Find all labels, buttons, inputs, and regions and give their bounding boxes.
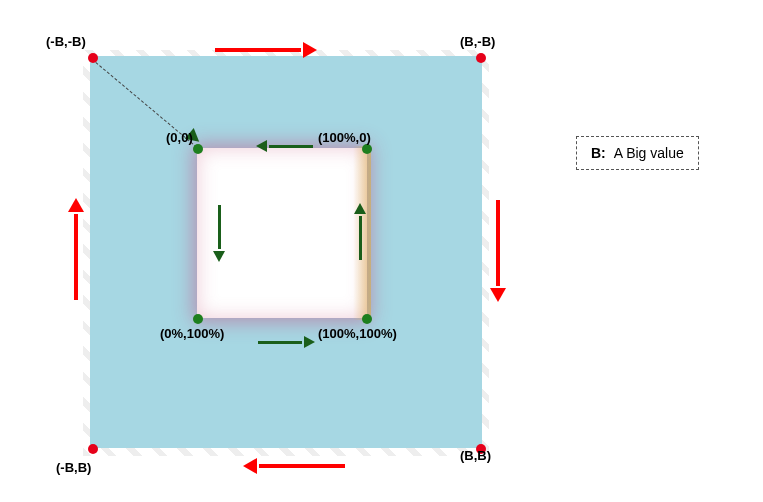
outer-arrow-top [215, 42, 315, 58]
inner-arrow-bottom [258, 336, 313, 348]
label-outer-tl: (-B,-B) [46, 34, 86, 49]
inner-arrow-right [354, 205, 366, 260]
outer-arrow-bottom [245, 458, 345, 474]
inner-dot-br [362, 314, 372, 324]
outer-dot-bl [88, 444, 98, 454]
inner-dot-tr [362, 144, 372, 154]
legend-box: B: A Big value [576, 136, 699, 170]
label-inner-tr: (100%,0) [318, 130, 371, 145]
label-outer-tr: (B,-B) [460, 34, 495, 49]
outer-dot-tl [88, 53, 98, 63]
label-inner-bl: (0%,100%) [160, 326, 224, 341]
legend-value: A Big value [614, 145, 684, 161]
label-outer-bl: (-B,B) [56, 460, 91, 475]
outer-dot-tr [476, 53, 486, 63]
label-outer-br: (B,B) [460, 448, 491, 463]
legend-key: B: [591, 145, 606, 161]
inner-arrow-left [213, 205, 225, 260]
inner-arrow-top [258, 140, 313, 152]
inner-dot-tl [193, 144, 203, 154]
outer-arrow-left [68, 200, 84, 300]
inner-dot-bl [193, 314, 203, 324]
outer-arrow-right [490, 200, 506, 300]
diagram-stage: { "labels": { "outer_tl": "(-B,-B)", "ou… [0, 0, 763, 502]
label-inner-tl: (0,0) [166, 130, 193, 145]
label-inner-br: (100%,100%) [318, 326, 397, 341]
